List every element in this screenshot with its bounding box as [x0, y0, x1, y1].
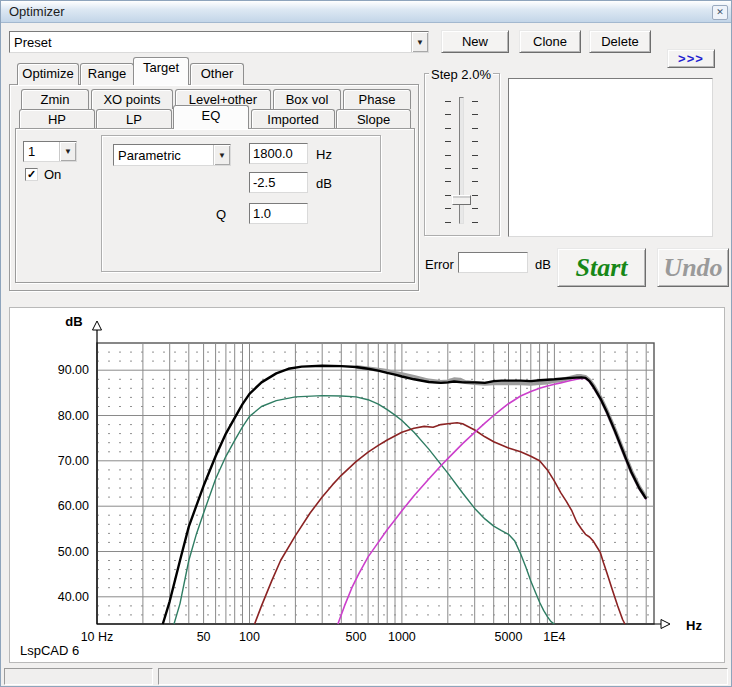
- gain-unit-label: dB: [316, 176, 332, 191]
- tab-eq[interactable]: EQ: [173, 105, 249, 129]
- tab-range[interactable]: Range: [80, 63, 134, 85]
- eq-index-value: 1: [24, 144, 59, 159]
- chart-canvas: 10 Hz50100500100050001E440.0050.0060.007…: [10, 308, 724, 662]
- svg-text:Hz: Hz: [686, 618, 702, 633]
- eq-q-field[interactable]: [249, 203, 308, 224]
- svg-text:5000: 5000: [495, 630, 523, 644]
- eq-index-combobox[interactable]: 1 ▼: [23, 141, 77, 162]
- eq-gain-field[interactable]: [249, 172, 308, 193]
- delete-button[interactable]: Delete: [589, 30, 651, 53]
- tab-zmin[interactable]: Zmin: [21, 89, 89, 109]
- tab-phase[interactable]: Phase: [343, 89, 411, 109]
- svg-text:40.00: 40.00: [58, 590, 89, 604]
- new-button[interactable]: New: [441, 30, 509, 53]
- error-field[interactable]: [458, 252, 528, 273]
- svg-text:100: 100: [239, 630, 260, 644]
- clone-button[interactable]: Clone: [519, 30, 581, 53]
- close-icon[interactable]: ✕: [712, 5, 728, 20]
- optimizer-window: Optimizer ✕ Preset ▼ New Clone Delete >>…: [0, 0, 732, 687]
- tab-target[interactable]: Target: [133, 57, 189, 85]
- svg-text:50: 50: [197, 630, 211, 644]
- frequency-response-chart: 10 Hz50100500100050001E440.0050.0060.007…: [9, 307, 725, 663]
- svg-text:60.00: 60.00: [58, 499, 89, 513]
- preset-value: Preset: [10, 35, 411, 50]
- eq-frequency-field[interactable]: [249, 143, 308, 164]
- svg-text:50.00: 50.00: [58, 545, 89, 559]
- step-slider-thumb[interactable]: [452, 195, 471, 205]
- eq-on-label: On: [44, 167, 61, 182]
- svg-text:1000: 1000: [388, 630, 416, 644]
- tab-lp[interactable]: LP: [96, 109, 172, 129]
- svg-text:90.00: 90.00: [58, 363, 89, 377]
- start-button[interactable]: Start: [557, 248, 646, 287]
- chevron-down-icon[interactable]: ▼: [59, 142, 76, 161]
- slider-ticks-right: [472, 101, 478, 223]
- error-unit-label: dB: [535, 257, 551, 272]
- eq-on-checkbox[interactable]: ✓ On: [25, 167, 61, 182]
- tab-xo-points[interactable]: XO points: [91, 89, 173, 109]
- svg-text:500: 500: [346, 630, 367, 644]
- optimizer-log-listbox[interactable]: [508, 78, 713, 237]
- svg-text:70.00: 70.00: [58, 454, 89, 468]
- tab-hp[interactable]: HP: [19, 109, 95, 129]
- eq-type-combobox[interactable]: Parametric ▼: [113, 144, 231, 166]
- check-icon[interactable]: ✓: [25, 168, 38, 181]
- expand-button[interactable]: >>>: [667, 49, 715, 68]
- title-bar[interactable]: Optimizer: [1, 1, 732, 23]
- chevron-down-icon[interactable]: ▼: [411, 32, 428, 52]
- tab-imported[interactable]: Imported: [251, 109, 335, 129]
- status-bar: [1, 664, 732, 687]
- window-title: Optimizer: [9, 4, 65, 19]
- status-cell-1: [4, 668, 153, 685]
- chevron-down-icon[interactable]: ▼: [213, 145, 230, 165]
- svg-text:1E4: 1E4: [543, 630, 565, 644]
- svg-text:dB: dB: [65, 314, 82, 329]
- frequency-unit-label: Hz: [316, 147, 332, 162]
- step-label: Step 2.0%: [429, 67, 493, 82]
- error-label: Error: [425, 257, 454, 272]
- tab-slope[interactable]: Slope: [336, 109, 411, 129]
- status-cell-2: [158, 668, 728, 685]
- slider-ticks-left: [445, 101, 451, 223]
- app-version-label: LspCAD 6: [20, 643, 79, 658]
- eq-type-value: Parametric: [114, 148, 213, 163]
- tab-box-vol[interactable]: Box vol: [273, 89, 341, 109]
- undo-button[interactable]: Undo: [657, 248, 729, 287]
- tab-optimize[interactable]: Optimize: [17, 63, 79, 85]
- tab-other[interactable]: Other: [190, 63, 244, 85]
- preset-combobox[interactable]: Preset ▼: [9, 31, 429, 53]
- q-label: Q: [216, 207, 226, 222]
- svg-text:10 Hz: 10 Hz: [81, 630, 114, 644]
- svg-text:80.00: 80.00: [58, 409, 89, 423]
